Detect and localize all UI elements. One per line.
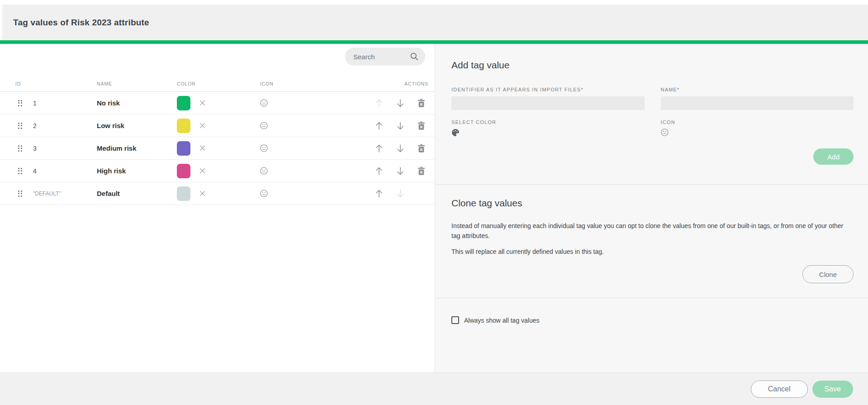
color-swatch[interactable]: [177, 164, 190, 178]
always-show-label: Always show all tag values: [464, 317, 540, 324]
move-down-button[interactable]: [396, 99, 404, 108]
add-section-title: Add tag value: [451, 60, 854, 70]
name-input[interactable]: [661, 96, 854, 110]
search-icon[interactable]: [410, 52, 419, 61]
column-header-id: ID: [15, 81, 97, 86]
color-swatch[interactable]: [177, 141, 190, 156]
row-name: Medium risk: [97, 144, 177, 152]
move-up-button: [375, 99, 383, 108]
table-row: 2 Low risk: [0, 114, 435, 137]
select-color-label: SELECT COLOR: [451, 119, 645, 125]
search-input[interactable]: [353, 53, 410, 61]
clear-color-icon[interactable]: [199, 123, 205, 129]
identifier-input[interactable]: [451, 96, 645, 110]
table-header: ID NAME COLOR ICON ACTIONS: [0, 66, 435, 92]
move-up-button[interactable]: [375, 121, 383, 130]
table-row: "DEFAULT" Default: [0, 182, 435, 205]
clear-color-icon[interactable]: [199, 191, 205, 196]
drag-handle-icon[interactable]: [18, 191, 22, 197]
section-divider-2: [435, 298, 868, 298]
column-header-icon: ICON: [260, 81, 374, 86]
add-button[interactable]: Add: [813, 148, 854, 165]
color-swatch[interactable]: [177, 119, 190, 133]
clear-color-icon[interactable]: [199, 145, 205, 151]
move-down-button: [396, 189, 404, 198]
edit-panel: Add tag value IDENTIFIER AS IT APPEARS I…: [435, 44, 868, 372]
move-down-button[interactable]: [396, 144, 404, 153]
clear-color-icon[interactable]: [199, 100, 205, 106]
row-name: High risk: [97, 167, 177, 175]
color-swatch[interactable]: [177, 96, 190, 110]
table-row: 3 Medium risk: [0, 137, 435, 160]
move-up-button[interactable]: [375, 144, 383, 153]
tag-values-panel: ID NAME COLOR ICON ACTIONS 1 No risk: [0, 44, 435, 372]
dialog-footer: Cancel Save: [0, 372, 868, 405]
row-smiley-icon[interactable]: [260, 122, 374, 129]
drag-handle-icon[interactable]: [18, 100, 22, 106]
table-row: 4 High risk: [0, 160, 435, 182]
clear-color-icon[interactable]: [199, 168, 205, 174]
drag-handle-icon[interactable]: [18, 145, 22, 152]
section-divider: [435, 184, 868, 185]
page-title: Tag values of Risk 2023 attribute: [13, 18, 149, 28]
icon-picker-smiley-icon[interactable]: [661, 129, 669, 136]
identifier-label: IDENTIFIER AS IT APPEARS IN IMPORT FILES…: [451, 87, 645, 92]
row-smiley-icon[interactable]: [260, 99, 374, 107]
tag-table-body: 1 No risk: [0, 92, 435, 205]
row-id: "DEFAULT": [29, 191, 97, 197]
move-up-button[interactable]: [375, 167, 383, 176]
accent-bar: [0, 40, 868, 44]
row-smiley-icon[interactable]: [260, 167, 374, 175]
table-row: 1 No risk: [0, 92, 435, 114]
drag-handle-icon[interactable]: [18, 123, 22, 129]
clone-section-title: Clone tag values: [451, 198, 854, 208]
palette-icon[interactable]: [451, 129, 460, 137]
delete-button[interactable]: [417, 167, 425, 175]
column-header-actions: ACTIONS: [374, 81, 435, 86]
clone-button[interactable]: Clone: [802, 265, 854, 283]
column-header-name: NAME: [97, 81, 177, 86]
delete-button[interactable]: [417, 121, 425, 130]
clone-description: Instead of manually entering each indivi…: [451, 221, 854, 241]
row-name: No risk: [97, 99, 177, 107]
row-smiley-icon[interactable]: [260, 144, 374, 152]
delete-button[interactable]: [417, 99, 425, 107]
row-id: 4: [29, 167, 97, 175]
row-id: 2: [29, 122, 97, 129]
row-name: Low risk: [97, 122, 177, 129]
top-gutter: [0, 0, 868, 5]
dialog-header: Tag values of Risk 2023 attribute: [2, 5, 868, 40]
save-button[interactable]: Save: [812, 381, 853, 398]
cancel-button[interactable]: Cancel: [751, 381, 808, 398]
move-up-button[interactable]: [375, 189, 383, 198]
row-id: 3: [29, 145, 97, 152]
icon-label: ICON: [661, 119, 854, 125]
tag-values-dialog: Tag values of Risk 2023 attribute ID NAM…: [0, 0, 868, 405]
always-show-checkbox[interactable]: [451, 316, 459, 324]
move-down-button[interactable]: [396, 121, 404, 130]
row-name: Default: [97, 190, 177, 197]
row-smiley-icon[interactable]: [260, 190, 374, 197]
search-box[interactable]: [345, 48, 425, 66]
name-label: NAME*: [661, 87, 854, 92]
clone-warning: This will replace all currently defined …: [451, 247, 854, 257]
drag-handle-icon[interactable]: [18, 168, 22, 174]
column-header-color: COLOR: [177, 81, 260, 86]
delete-button[interactable]: [417, 144, 425, 152]
color-swatch[interactable]: [177, 186, 190, 201]
row-id: 1: [29, 100, 97, 107]
move-down-button[interactable]: [396, 167, 404, 176]
